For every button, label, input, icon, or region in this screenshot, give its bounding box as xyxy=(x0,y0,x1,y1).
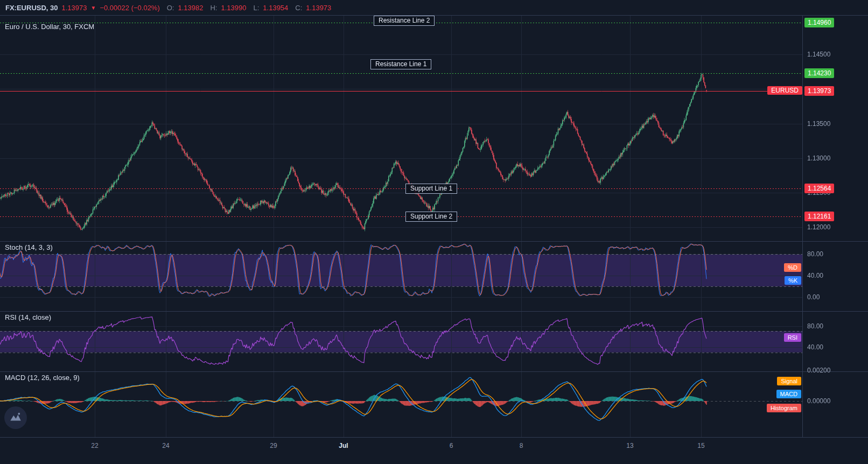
resistance-line-2-label[interactable]: Resistance Line 2 xyxy=(374,16,435,26)
topbar-separator xyxy=(0,15,868,16)
stoch-tick-label: 80.00 xyxy=(807,250,823,258)
time-axis-label: Jul xyxy=(339,442,348,449)
resistance-line-1-price-badge: 1.14230 xyxy=(804,68,834,78)
close-label: C: xyxy=(295,4,302,12)
close-value: 1.13973 xyxy=(306,4,331,12)
time-axis-label: 24 xyxy=(162,442,169,449)
macd-badge: MACD xyxy=(776,390,801,398)
macd-tick-label: 0.00000 xyxy=(807,397,830,405)
rsi-legend[interactable]: RSI (14, close) xyxy=(5,313,51,321)
price-tick-label: 1.13500 xyxy=(807,120,830,128)
time-axis-label: 8 xyxy=(520,442,523,449)
macd-legend[interactable]: MACD (12, 26, close, 9) xyxy=(5,374,80,382)
symbol-legend: FX:EURUSD, 30 1.13973 ▼ −0.00022 (−0.02%… xyxy=(0,0,868,15)
last-price: 1.13973 xyxy=(62,4,87,12)
rsi-tick-label: 40.00 xyxy=(807,343,823,351)
eurusd-price-line-tag: EURUSD xyxy=(767,86,802,95)
macd-canvas[interactable] xyxy=(0,371,802,437)
stoch-tick-label: 0.00 xyxy=(807,293,820,301)
current-price-price-badge: 1.13973 xyxy=(804,86,834,96)
symbol-title[interactable]: FX:EURUSD, 30 xyxy=(5,4,58,12)
high-value: 1.13990 xyxy=(221,4,246,12)
open-value: 1.13982 xyxy=(178,4,203,12)
mountain-logo-icon xyxy=(9,411,23,425)
stoch-k-badge: %K xyxy=(785,276,801,285)
low-label: L: xyxy=(253,4,259,12)
stochastic-canvas[interactable] xyxy=(0,241,802,311)
price-tick-label: 1.14500 xyxy=(807,51,830,58)
rsi-pane: RSI (14, close) RSI xyxy=(0,311,802,371)
rsi-badge: RSI xyxy=(784,333,801,342)
stoch-tick-label: 40.00 xyxy=(807,272,823,279)
time-axis-label: 29 xyxy=(270,442,277,449)
histogram-badge: Histogram xyxy=(767,404,801,412)
time-axis-label: 22 xyxy=(91,442,98,449)
support-line-1-label[interactable]: Support Line 1 xyxy=(405,184,457,194)
time-axis-label: 15 xyxy=(697,442,704,449)
time-axis-label: 6 xyxy=(450,442,453,449)
rsi-canvas[interactable] xyxy=(0,311,802,371)
macd-pane: MACD (12, 26, close, 9) Signal MACD Hist… xyxy=(0,371,802,437)
main-chart-canvas[interactable] xyxy=(0,15,802,241)
price-change: −0.00022 (−0.02%) xyxy=(100,4,159,12)
time-axis[interactable]: 222429Jul681315 xyxy=(0,437,868,464)
tradingview-logo[interactable] xyxy=(4,406,27,429)
trading-chart-app: FX:EURUSD, 30 1.13973 ▼ −0.00022 (−0.02%… xyxy=(0,0,868,464)
resistance-line-1-label[interactable]: Resistance Line 1 xyxy=(370,59,431,69)
stoch-d-badge: %D xyxy=(784,263,801,272)
pane-separator-rsi-macd[interactable] xyxy=(0,371,868,372)
open-label: O: xyxy=(167,4,174,12)
stochastic-pane: Stoch (14, 3, 3) %D %K xyxy=(0,241,802,311)
signal-badge: Signal xyxy=(777,377,801,385)
resistance-line-2-price-badge: 1.14960 xyxy=(804,18,834,27)
low-value: 1.13954 xyxy=(263,4,288,12)
macd-tick-label: 0.00200 xyxy=(807,367,830,374)
rsi-tick-label: 80.00 xyxy=(807,322,823,330)
stochastic-legend[interactable]: Stoch (14, 3, 3) xyxy=(5,243,53,251)
pane-separator-stoch-rsi[interactable] xyxy=(0,311,868,312)
pane-separator-main-stoch[interactable] xyxy=(0,241,868,242)
support-line-2-price-badge: 1.12161 xyxy=(804,212,834,221)
down-arrow-icon: ▼ xyxy=(91,5,96,11)
support-line-2-label[interactable]: Support Line 2 xyxy=(405,212,457,222)
price-axis[interactable]: 1.145001.135001.130001.125001.1200080.00… xyxy=(802,15,868,437)
main-pane-legend[interactable]: Euro / U.S. Dollar, 30, FXCM xyxy=(5,23,94,31)
main-chart-pane: Euro / U.S. Dollar, 30, FXCM Resistance … xyxy=(0,15,802,241)
price-tick-label: 1.12000 xyxy=(807,223,830,231)
time-axis-label: 13 xyxy=(626,442,633,449)
price-tick-label: 1.13000 xyxy=(807,154,830,162)
support-line-1-price-badge: 1.12564 xyxy=(804,184,834,193)
high-label: H: xyxy=(210,4,217,12)
